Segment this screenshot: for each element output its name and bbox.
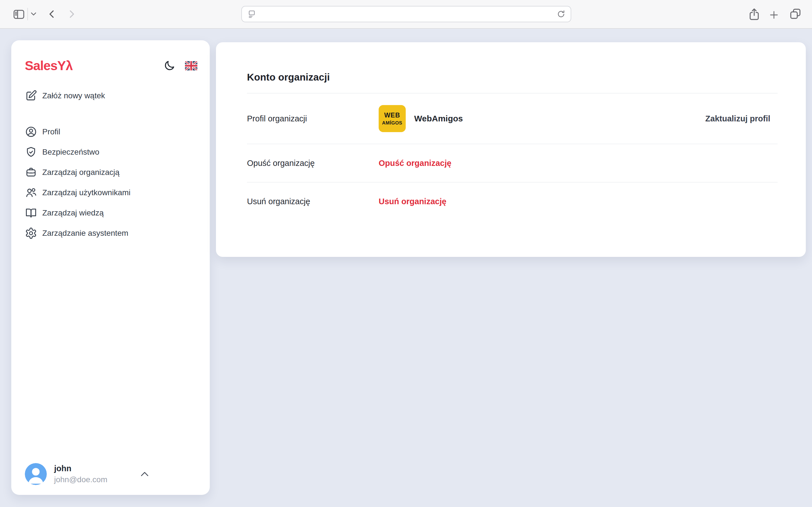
user-circle-icon [25, 126, 37, 138]
browser-toolbar [0, 0, 812, 29]
sidebar-item-label: Profil [42, 127, 60, 136]
sidebar-item-label: Zarządzaj użytkownikami [42, 188, 131, 197]
compose-icon [25, 90, 37, 102]
leave-org-row: Opuść organizację Opuść organizację [247, 144, 777, 182]
sidebar-header: SalesYλ [25, 58, 197, 73]
delete-org-label: Usuń organizację [247, 197, 378, 206]
sidebar-item-label: Zarządzaj organizacją [42, 168, 119, 177]
leave-org-button[interactable]: Opuść organizację [378, 159, 451, 168]
sidebar-item-label: Załóż nowy wątek [42, 91, 105, 100]
chevron-down-icon[interactable] [30, 11, 37, 17]
users-icon [25, 186, 37, 199]
sidebar: SalesYλ Załóż nowy wą [11, 40, 210, 495]
delete-org-button[interactable]: Usuń organizację [378, 197, 446, 206]
tab-overview-icon[interactable] [789, 7, 802, 20]
page-preview-icon [247, 9, 257, 19]
delete-org-row: Usuń organizację Usuń organizację [247, 182, 777, 220]
gear-icon [25, 227, 37, 239]
reload-icon[interactable] [557, 10, 566, 18]
org-profile-row: Profil organizacji WEB AMÍGOS WebAmigos … [247, 94, 777, 144]
sidebar-item-label: Bezpieczeństwo [42, 148, 99, 157]
user-menu[interactable]: john john@doe.com [25, 463, 196, 485]
page-title: Konto organizacji [247, 71, 777, 83]
leave-org-label: Opuść organizację [247, 159, 378, 168]
sidebar-item-label: Zarządzanie asystentem [42, 229, 128, 238]
app-logo: SalesYλ [25, 58, 72, 73]
avatar [25, 463, 47, 485]
sidebar-item-users[interactable]: Zarządzaj użytkownikami [11, 182, 210, 203]
share-icon[interactable] [748, 7, 761, 21]
sidebar-nav: Załóż nowy wątek Profil Bezpieczeństwo [11, 86, 210, 243]
sidebar-item-organization[interactable]: Zarządzaj organizacją [11, 162, 210, 182]
address-bar[interactable] [241, 6, 571, 22]
sidebar-toggle-icon[interactable] [12, 8, 26, 21]
update-profile-button[interactable]: Zaktualizuj profil [705, 114, 770, 123]
briefcase-icon [25, 166, 37, 179]
sidebar-item-knowledge[interactable]: Zarządzaj wiedzą [11, 203, 210, 223]
new-tab-plus-icon[interactable] [769, 10, 779, 20]
back-button[interactable] [47, 8, 57, 20]
organization-account-card: Konto organizacji Profil organizacji WEB… [216, 42, 806, 257]
chevron-up-icon[interactable] [140, 471, 149, 477]
shield-check-icon [25, 146, 37, 158]
sidebar-item-security[interactable]: Bezpieczeństwo [11, 142, 210, 162]
uk-flag-icon[interactable] [185, 61, 197, 70]
toolbar-separator [28, 8, 28, 20]
org-profile-label: Profil organizacji [247, 114, 378, 123]
book-open-icon [25, 207, 37, 219]
user-email: john@doe.com [54, 475, 107, 484]
sidebar-item-label: Zarządzaj wiedzą [42, 209, 104, 217]
org-logo-badge: WEB AMÍGOS [378, 105, 406, 132]
org-name: WebAmigos [414, 114, 463, 123]
sidebar-item-profile[interactable]: Profil [11, 122, 210, 142]
moon-icon[interactable] [163, 60, 175, 71]
address-input[interactable] [257, 8, 557, 20]
sidebar-item-new-thread[interactable]: Załóż nowy wątek [11, 86, 210, 106]
sidebar-item-assistant[interactable]: Zarządzanie asystentem [11, 223, 210, 243]
user-name: john [54, 464, 107, 473]
forward-button[interactable] [66, 8, 77, 20]
